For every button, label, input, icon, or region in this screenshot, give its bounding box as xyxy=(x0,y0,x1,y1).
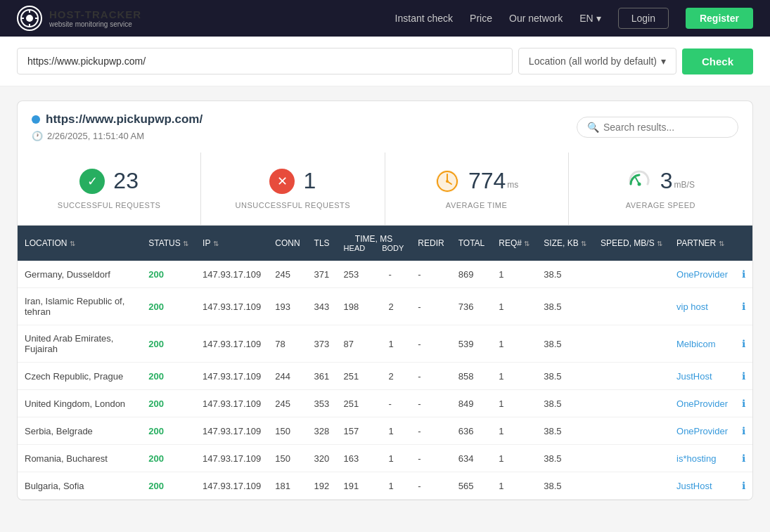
cell-body: - xyxy=(382,261,411,288)
cell-partner: Melbicom xyxy=(669,325,735,363)
cell-status: 200 xyxy=(141,288,195,325)
header: HOST-TRACKER website monitoring service … xyxy=(0,0,770,37)
cell-tls: 328 xyxy=(307,417,337,445)
partner-link[interactable]: OneProvider xyxy=(676,398,728,409)
results-search-box[interactable]: 🔍 xyxy=(577,117,738,138)
col-ip[interactable]: IP ⇅ xyxy=(195,226,268,261)
cell-total: 636 xyxy=(451,417,492,445)
avg-time-value: 774 ms xyxy=(468,168,518,194)
nav-our-network[interactable]: Our network xyxy=(509,13,563,24)
cell-info: ℹ xyxy=(735,445,752,472)
col-location[interactable]: LOCATION ⇅ xyxy=(18,226,141,261)
register-button[interactable]: Register xyxy=(686,8,753,29)
results-search-input[interactable] xyxy=(603,122,728,133)
cell-req: 1 xyxy=(492,261,537,288)
cell-req: 1 xyxy=(492,472,537,500)
cell-conn: 193 xyxy=(268,288,307,325)
logo-text: HOST-TRACKER website monitoring service xyxy=(49,8,141,28)
cell-status: 200 xyxy=(141,363,195,390)
cell-partner: is*hosting xyxy=(669,445,735,472)
avg-speed-number: 3 xyxy=(660,168,673,194)
stat-successful-content: ✓ 23 xyxy=(79,168,139,194)
cell-req: 1 xyxy=(492,390,537,417)
cell-speed xyxy=(593,390,669,417)
info-icon[interactable]: ℹ xyxy=(742,453,745,464)
cell-conn: 150 xyxy=(268,417,307,445)
partner-link[interactable]: OneProvider xyxy=(676,426,728,436)
info-icon[interactable]: ℹ xyxy=(742,398,745,409)
table-row: Bulgaria, Sofia 200 147.93.17.109 181 19… xyxy=(18,472,752,500)
partner-link[interactable]: Melbicom xyxy=(676,339,716,349)
partner-link[interactable]: JustHost xyxy=(676,371,712,382)
cell-body: - xyxy=(382,390,411,417)
cell-conn: 150 xyxy=(268,445,307,472)
cell-info: ℹ xyxy=(735,261,752,288)
partner-link[interactable]: JustHost xyxy=(676,481,712,491)
successful-label: SUCCESSFUL REQUESTS xyxy=(58,201,161,209)
cell-size: 38.5 xyxy=(537,417,593,445)
partner-link[interactable]: vip host xyxy=(676,301,708,312)
cell-tls: 343 xyxy=(307,288,337,325)
col-speed[interactable]: SPEED, MB/S ⇅ xyxy=(593,226,669,261)
info-icon[interactable]: ℹ xyxy=(742,425,745,436)
cell-redir: - xyxy=(411,390,451,417)
cell-body: 1 xyxy=(382,417,411,445)
cell-head: 198 xyxy=(337,288,382,325)
cell-partner: vip host xyxy=(669,288,735,325)
partner-link[interactable]: is*hosting xyxy=(676,453,716,464)
col-req[interactable]: REQ# ⇅ xyxy=(492,226,537,261)
result-header: https://www.pickupwp.com/ 🕐 2/26/2025, 1… xyxy=(17,100,753,153)
col-size[interactable]: SIZE, KB ⇅ xyxy=(537,226,593,261)
info-icon[interactable]: ℹ xyxy=(742,370,745,382)
nav-instant-check[interactable]: Instant check xyxy=(395,13,454,24)
cell-ip: 147.93.17.109 xyxy=(195,417,268,445)
cell-req: 1 xyxy=(492,363,537,390)
avg-speed-label: AVERAGE SPEED xyxy=(626,201,695,209)
result-time-row: 🕐 2/26/2025, 11:51:40 AM xyxy=(32,131,203,141)
cell-conn: 245 xyxy=(268,261,307,288)
main-content: https://www.pickupwp.com/ 🕐 2/26/2025, 1… xyxy=(0,86,770,514)
cell-partner: OneProvider xyxy=(669,261,735,288)
cell-body: 1 xyxy=(382,445,411,472)
cell-speed xyxy=(593,288,669,325)
results-table: LOCATION ⇅ STATUS ⇅ IP ⇅ CONN TLS TIME, … xyxy=(18,226,752,500)
search-icon: 🔍 xyxy=(587,122,599,133)
cell-size: 38.5 xyxy=(537,390,593,417)
chevron-down-icon: ▾ xyxy=(596,13,601,24)
cell-ip: 147.93.17.109 xyxy=(195,261,268,288)
cell-size: 38.5 xyxy=(537,261,593,288)
chevron-down-icon: ▾ xyxy=(661,56,666,67)
location-select[interactable]: Location (all world by default) ▾ xyxy=(518,48,676,74)
cell-status: 200 xyxy=(141,390,195,417)
cell-size: 38.5 xyxy=(537,472,593,500)
check-button[interactable]: Check xyxy=(682,48,753,74)
search-bar-section: Location (all world by default) ▾ Check xyxy=(0,37,770,86)
lang-selector[interactable]: EN ▾ xyxy=(579,13,601,24)
cell-body: 2 xyxy=(382,288,411,325)
cell-req: 1 xyxy=(492,417,537,445)
cell-ip: 147.93.17.109 xyxy=(195,288,268,325)
table-header: LOCATION ⇅ STATUS ⇅ IP ⇅ CONN TLS TIME, … xyxy=(18,226,752,261)
cell-partner: JustHost xyxy=(669,472,735,500)
info-icon[interactable]: ℹ xyxy=(742,338,745,349)
result-url-row: https://www.pickupwp.com/ xyxy=(32,112,203,126)
info-icon[interactable]: ℹ xyxy=(742,301,745,312)
cell-tls: 320 xyxy=(307,445,337,472)
speedometer-icon xyxy=(627,169,652,194)
info-icon[interactable]: ℹ xyxy=(742,480,745,491)
check-circle-icon: ✓ xyxy=(79,169,105,194)
col-status[interactable]: STATUS ⇅ xyxy=(141,226,195,261)
cell-info: ℹ xyxy=(735,325,752,363)
partner-link[interactable]: OneProvider xyxy=(676,269,728,280)
cell-tls: 192 xyxy=(307,472,337,500)
login-button[interactable]: Login xyxy=(618,8,669,29)
cell-conn: 244 xyxy=(268,363,307,390)
url-input[interactable] xyxy=(17,48,513,74)
col-partner[interactable]: PARTNER ⇅ xyxy=(669,226,735,261)
info-icon[interactable]: ℹ xyxy=(742,268,745,280)
x-circle-icon: ✕ xyxy=(269,169,295,194)
result-url: https://www.pickupwp.com/ xyxy=(46,112,203,126)
cell-total: 539 xyxy=(451,325,492,363)
cell-info: ℹ xyxy=(735,390,752,417)
nav-price[interactable]: Price xyxy=(470,13,492,24)
